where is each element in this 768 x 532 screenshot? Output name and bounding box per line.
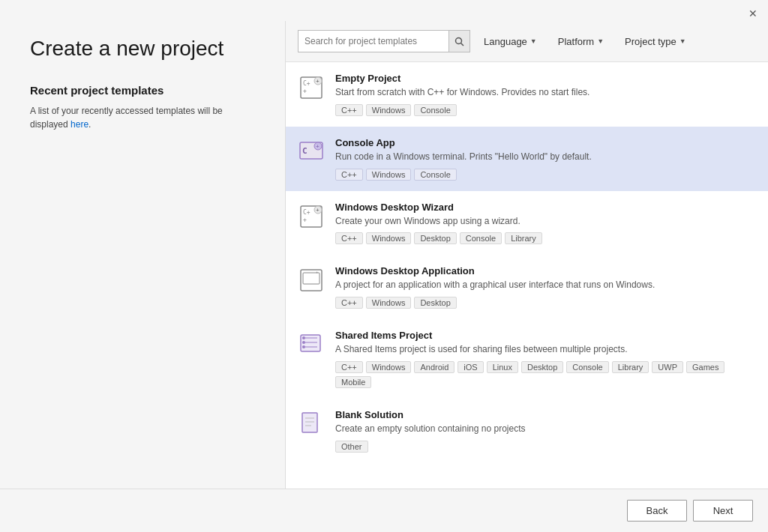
- template-list: C+++Empty ProjectStart from scratch with…: [286, 62, 768, 489]
- svg-text:+: +: [316, 78, 320, 85]
- tag: Windows: [366, 104, 412, 116]
- template-name: Empty Project: [335, 73, 756, 84]
- tag: Console: [566, 361, 608, 373]
- console-icon: C+: [298, 139, 325, 166]
- template-info: Windows Desktop WizardCreate your own Wi…: [335, 202, 756, 245]
- tag: C++: [335, 297, 363, 309]
- template-name: Windows Desktop Application: [335, 265, 756, 276]
- template-tags: C++WindowsConsole: [335, 104, 756, 116]
- tag: Desktop: [521, 361, 563, 373]
- template-description: Start from scratch with C++ for Windows.…: [335, 86, 756, 99]
- tag: Games: [686, 361, 724, 373]
- svg-text:C+: C+: [303, 209, 310, 216]
- tag: Console: [414, 104, 456, 116]
- tag: iOS: [458, 361, 483, 373]
- recent-link[interactable]: here: [70, 119, 88, 130]
- template-info: Blank SolutionCreate an empty solution c…: [335, 409, 756, 453]
- platform-label: Platform: [558, 36, 594, 47]
- svg-line-1: [461, 43, 464, 46]
- footer: Back Next: [0, 489, 768, 532]
- template-tags: C++WindowsDesktop: [335, 297, 756, 309]
- tag: Mobile: [335, 376, 371, 388]
- create-project-dialog: ✕ Create a new project Recent project te…: [0, 0, 768, 532]
- tag: Console: [414, 169, 456, 181]
- svg-text:C: C: [302, 146, 308, 156]
- tag: C++: [335, 232, 363, 244]
- search-button[interactable]: [448, 31, 470, 52]
- template-item[interactable]: +Windows Desktop ApplicationA project fo…: [286, 255, 768, 319]
- app-icon: +: [298, 267, 325, 294]
- back-button[interactable]: Back: [627, 500, 687, 522]
- recent-desc-text2: displayed: [30, 119, 70, 130]
- blank-icon: [298, 411, 325, 438]
- search-box: [298, 30, 470, 52]
- project-type-dropdown[interactable]: Project type ▼: [617, 33, 694, 50]
- right-panel: Language ▼ Platform ▼ Project type ▼ C++…: [286, 21, 768, 489]
- svg-text:+: +: [303, 217, 307, 223]
- page-title: Create a new project: [30, 36, 262, 61]
- template-item[interactable]: C+++Windows Desktop WizardCreate your ow…: [286, 191, 768, 256]
- svg-point-20: [302, 336, 305, 339]
- svg-text:+: +: [316, 207, 320, 214]
- template-tags: C++WindowsDesktopConsoleLibrary: [335, 232, 756, 244]
- template-description: Run code in a Windows terminal. Prints "…: [335, 151, 756, 163]
- tag: Windows: [366, 361, 412, 373]
- next-button[interactable]: Next: [693, 500, 753, 522]
- language-chevron-icon: ▼: [530, 37, 537, 45]
- empty-icon: C+++: [298, 74, 325, 101]
- left-panel: Create a new project Recent project temp…: [0, 21, 285, 489]
- toolbar: Language ▼ Platform ▼ Project type ▼: [286, 21, 768, 62]
- template-tags: Other: [335, 441, 756, 453]
- template-description: A Shared Items project is used for shari…: [335, 343, 756, 356]
- tag: Windows: [366, 232, 412, 244]
- language-label: Language: [484, 36, 527, 47]
- tag: Windows: [366, 297, 412, 309]
- tag: Linux: [487, 361, 518, 373]
- svg-point-22: [302, 345, 305, 348]
- template-item[interactable]: C+++Empty ProjectStart from scratch with…: [286, 62, 768, 127]
- tag: Desktop: [414, 297, 456, 309]
- template-description: A project for an application with a grap…: [335, 279, 756, 291]
- template-item[interactable]: Shared Items ProjectA Shared Items proje…: [286, 319, 768, 399]
- template-name: Blank Solution: [335, 409, 756, 420]
- tag: Windows: [366, 169, 412, 181]
- svg-rect-17: [303, 273, 320, 284]
- template-tags: C++WindowsAndroidiOSLinuxDesktopConsoleL…: [335, 361, 756, 388]
- template-name: Windows Desktop Wizard: [335, 202, 756, 213]
- shared-icon: [298, 331, 325, 358]
- tag: C++: [335, 104, 363, 116]
- tag: Console: [460, 232, 502, 244]
- project-type-chevron-icon: ▼: [680, 37, 686, 45]
- title-bar: ✕: [0, 0, 768, 21]
- template-name: Shared Items Project: [335, 330, 756, 341]
- tag: UWP: [652, 361, 683, 373]
- wizard-icon: C+++: [298, 203, 325, 230]
- svg-rect-26: [302, 413, 317, 432]
- language-dropdown[interactable]: Language ▼: [476, 33, 544, 50]
- svg-text:+: +: [316, 270, 319, 274]
- template-info: Empty ProjectStart from scratch with C++…: [335, 73, 756, 116]
- main-content: Create a new project Recent project temp…: [0, 21, 768, 489]
- recent-desc-text: A list of your recently accessed templat…: [30, 106, 223, 116]
- tag: Desktop: [414, 232, 456, 244]
- tag: Android: [414, 361, 454, 373]
- platform-dropdown[interactable]: Platform ▼: [550, 33, 611, 50]
- platform-chevron-icon: ▼: [597, 37, 604, 45]
- close-button[interactable]: ✕: [746, 6, 760, 21]
- tag: C++: [335, 361, 363, 373]
- recent-description: A list of your recently accessed templat…: [30, 104, 262, 131]
- svg-text:C+: C+: [303, 80, 310, 87]
- svg-text:+: +: [316, 143, 320, 150]
- template-info: Shared Items ProjectA Shared Items proje…: [335, 330, 756, 388]
- template-item[interactable]: C+Console AppRun code in a Windows termi…: [286, 127, 768, 191]
- svg-point-21: [302, 341, 305, 344]
- template-info: Windows Desktop ApplicationA project for…: [335, 265, 756, 309]
- template-description: Create your own Windows app using a wiza…: [335, 215, 756, 228]
- tag: Library: [612, 361, 650, 373]
- svg-text:+: +: [303, 88, 307, 94]
- tag: Other: [335, 441, 368, 453]
- project-type-label: Project type: [625, 36, 676, 47]
- search-input[interactable]: [298, 36, 448, 46]
- recent-heading: Recent project templates: [30, 84, 262, 97]
- template-item[interactable]: Blank SolutionCreate an empty solution c…: [286, 399, 768, 463]
